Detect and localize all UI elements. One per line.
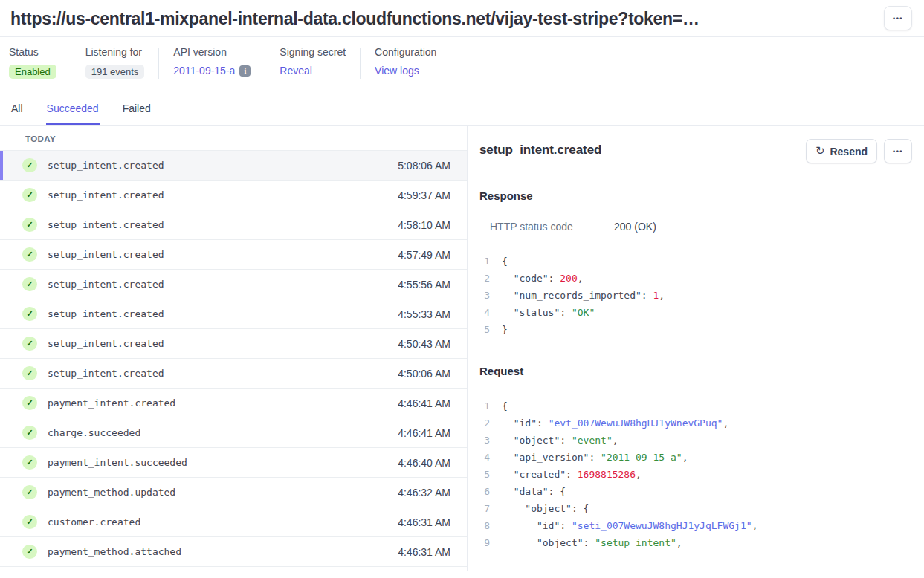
event-name: payment_intent.created <box>48 397 175 409</box>
code-text: "object": "setup_intent", <box>502 534 682 551</box>
list-item[interactable]: ✓payment_intent.created4:46:41 AM <box>0 389 467 418</box>
code-line: 4 "api_version": "2011-09-15-a", <box>479 449 912 466</box>
resend-button[interactable]: ↻ Resend <box>806 139 877 163</box>
code-text: "object": { <box>502 500 589 517</box>
signing-secret-label: Signing secret <box>280 46 346 58</box>
list-item[interactable]: ✓setup_intent.created4:50:43 AM <box>0 329 467 359</box>
list-item[interactable]: ✓payment_intent.succeeded4:46:40 AM <box>0 448 467 478</box>
event-name: charge.succeeded <box>48 427 140 438</box>
event-rows: ✓setup_intent.created5:08:06 AM✓setup_in… <box>0 151 467 567</box>
event-name: payment_intent.succeeded <box>48 457 187 468</box>
api-version-column: API version 2011-09-15-a i <box>173 46 251 77</box>
http-status-label: HTTP status code <box>490 221 614 233</box>
tab-succeeded[interactable]: Succeeded <box>46 97 100 125</box>
success-check-icon: ✓ <box>22 188 37 202</box>
event-time: 4:46:31 AM <box>398 546 450 558</box>
code-text: "num_records_imported": 1, <box>502 287 665 304</box>
code-line: 1{ <box>479 397 912 415</box>
code-line: 5 "created": 1698815286, <box>479 466 912 483</box>
list-item[interactable]: ✓setup_intent.created4:50:06 AM <box>0 359 467 389</box>
list-item[interactable]: ✓setup_intent.created4:57:49 AM <box>0 240 467 270</box>
divider <box>158 48 159 79</box>
event-time: 4:59:37 AM <box>398 189 450 201</box>
code-line: 3 "object": "event", <box>479 432 912 449</box>
line-number: 7 <box>479 500 490 517</box>
line-number: 4 <box>479 449 490 466</box>
event-time: 4:46:41 AM <box>398 427 450 439</box>
event-time: 5:08:06 AM <box>398 160 450 172</box>
code-line: 1{ <box>479 253 912 270</box>
detail-header: setup_intent.created ↻ Resend ••• <box>479 139 912 163</box>
line-number: 9 <box>479 534 490 551</box>
success-check-icon: ✓ <box>22 366 37 380</box>
http-status-row: HTTP status code 200 (OK) <box>479 221 912 233</box>
code-text: "api_version": "2011-09-15-a", <box>502 449 688 466</box>
code-line: 4 "status": "OK" <box>479 304 912 321</box>
success-check-icon: ✓ <box>22 277 37 291</box>
refresh-icon: ↻ <box>815 144 825 158</box>
code-text: { <box>502 397 508 415</box>
event-name: customer.created <box>48 516 140 527</box>
code-text: "id": "evt_007WewuJW8hgHJ1yWnevGPuq", <box>502 415 728 432</box>
line-number: 4 <box>479 304 490 321</box>
api-version-value[interactable]: 2011-09-15-a <box>173 65 235 77</box>
code-text: "id": "seti_007WewuJW8hgHJ1yJqLFWGj1", <box>502 517 757 534</box>
request-code-block: 1{2 "id": "evt_007WewuJW8hgHJ1yWnevGPuq"… <box>479 397 912 551</box>
listening-for-column: Listening for 191 events <box>85 46 145 79</box>
event-name: payment_method.updated <box>48 487 175 498</box>
event-name: setup_intent.created <box>48 368 164 379</box>
code-text: "object": "event", <box>502 432 618 449</box>
detail-overflow-button[interactable]: ••• <box>884 139 912 163</box>
list-item[interactable]: ✓setup_intent.created4:58:10 AM <box>0 210 467 240</box>
code-line: 3 "num_records_imported": 1, <box>479 287 912 304</box>
status-badge: Enabled <box>9 65 56 79</box>
event-detail-pane: setup_intent.created ↻ Resend ••• Respon… <box>468 126 924 571</box>
event-time: 4:46:31 AM <box>398 516 450 528</box>
line-number: 2 <box>479 270 490 287</box>
event-time: 4:55:56 AM <box>398 279 450 290</box>
endpoint-url-title: https://us-central1-mixpanel-internal-da… <box>10 9 865 29</box>
api-version-label: API version <box>173 46 251 58</box>
code-line: 8 "id": "seti_007WewuJW8hgHJ1yJqLFWGj1", <box>479 517 912 534</box>
event-time: 4:57:49 AM <box>398 249 450 261</box>
event-name: setup_intent.created <box>48 219 164 230</box>
event-time: 4:46:32 AM <box>398 487 450 499</box>
reveal-link[interactable]: Reveal <box>280 65 346 77</box>
line-number: 1 <box>479 253 490 270</box>
event-filter-tabs: All Succeeded Failed <box>0 91 924 126</box>
event-time: 4:46:41 AM <box>398 397 450 409</box>
view-logs-link[interactable]: View logs <box>375 65 436 77</box>
list-item[interactable]: ✓charge.succeeded4:46:41 AM <box>0 418 467 448</box>
tab-all[interactable]: All <box>10 97 24 125</box>
code-line: 5} <box>479 321 912 338</box>
list-item[interactable]: ✓customer.created4:46:31 AM <box>0 507 467 537</box>
success-check-icon: ✓ <box>22 307 37 321</box>
code-line: 6 "data": { <box>479 483 912 500</box>
list-item[interactable]: ✓payment_method.attached4:46:31 AM <box>0 537 467 567</box>
list-item[interactable]: ✓setup_intent.created4:55:33 AM <box>0 299 467 329</box>
success-check-icon: ✓ <box>22 337 37 351</box>
info-icon[interactable]: i <box>239 65 251 77</box>
code-line: 7 "object": { <box>479 500 912 517</box>
success-check-icon: ✓ <box>22 247 37 262</box>
event-name: setup_intent.created <box>48 160 164 171</box>
code-text: { <box>502 253 508 270</box>
list-item[interactable]: ✓setup_intent.created5:08:06 AM <box>0 151 467 181</box>
configuration-column: Configuration View logs <box>375 46 436 77</box>
divider <box>360 48 361 79</box>
list-item[interactable]: ✓setup_intent.created4:55:56 AM <box>0 270 467 299</box>
request-section-heading: Request <box>479 365 912 377</box>
success-check-icon: ✓ <box>22 158 37 172</box>
event-name: setup_intent.created <box>48 249 164 260</box>
event-name: setup_intent.created <box>48 189 164 201</box>
event-name: setup_intent.created <box>48 308 164 319</box>
code-text: "data": { <box>502 483 566 500</box>
code-line: 2 "id": "evt_007WewuJW8hgHJ1yWnevGPuq", <box>479 415 912 432</box>
list-item[interactable]: ✓setup_intent.created4:59:37 AM <box>0 181 467 210</box>
success-check-icon: ✓ <box>22 515 37 529</box>
header-overflow-button[interactable]: ••• <box>884 6 912 30</box>
list-item[interactable]: ✓payment_method.updated4:46:32 AM <box>0 478 467 507</box>
line-number: 5 <box>479 321 490 338</box>
ellipsis-icon: ••• <box>893 148 903 155</box>
tab-failed[interactable]: Failed <box>122 97 152 125</box>
